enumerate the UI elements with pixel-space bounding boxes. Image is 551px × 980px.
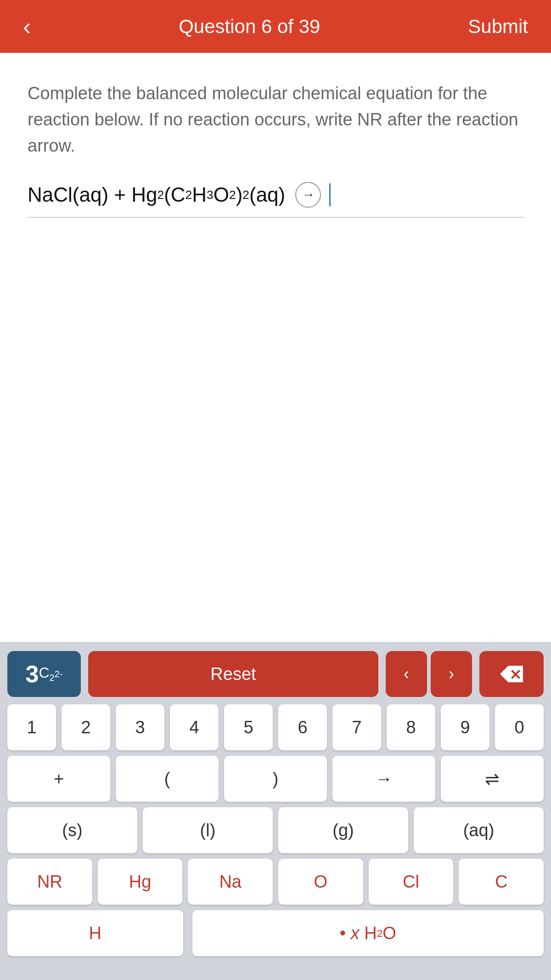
key-water[interactable]: • x H2O bbox=[192, 910, 544, 956]
equation-display: NaCl(aq) + Hg2(C2H3O2)2(aq) → bbox=[28, 182, 326, 208]
nav-group: ‹ › bbox=[386, 651, 472, 697]
back-button[interactable]: ‹ bbox=[23, 15, 31, 39]
state-row: (s) (l) (g) (aq) bbox=[7, 807, 544, 853]
header: ‹ Question 6 of 39 Submit bbox=[0, 0, 551, 53]
delete-button[interactable] bbox=[479, 651, 544, 697]
key-equilibrium[interactable]: ⇌ bbox=[441, 756, 544, 802]
key-9[interactable]: 9 bbox=[441, 704, 489, 750]
key-open-paren[interactable]: ( bbox=[116, 756, 219, 802]
key-7[interactable]: 7 bbox=[332, 704, 381, 750]
key-4[interactable]: 4 bbox=[170, 704, 219, 750]
equation-arrow: → bbox=[295, 182, 321, 208]
key-solid[interactable]: (s) bbox=[7, 807, 137, 853]
keyboard-top-row: 3 C2 2- Reset ‹ › bbox=[7, 651, 544, 697]
key-2[interactable]: 2 bbox=[62, 704, 110, 750]
cursor bbox=[329, 183, 331, 206]
reset-button[interactable]: Reset bbox=[88, 651, 378, 697]
key-close-paren[interactable]: ) bbox=[224, 756, 327, 802]
key-gas[interactable]: (g) bbox=[278, 807, 408, 853]
submit-button[interactable]: Submit bbox=[468, 16, 528, 38]
key-aqueous[interactable]: (aq) bbox=[414, 807, 544, 853]
element-row: NR Hg Na O Cl C bbox=[7, 859, 544, 905]
last-row: H • x H2O bbox=[7, 910, 544, 956]
question-text: Complete the balanced molecular chemical… bbox=[28, 80, 523, 159]
key-8[interactable]: 8 bbox=[387, 704, 435, 750]
key-liquid[interactable]: (l) bbox=[143, 807, 273, 853]
key-nr[interactable]: NR bbox=[7, 859, 92, 905]
question-progress: Question 6 of 39 bbox=[179, 16, 320, 38]
key-h[interactable]: H bbox=[7, 910, 183, 956]
symbol-row: + ( ) → ⇌ bbox=[7, 756, 544, 802]
template-button[interactable]: 3 C2 2- bbox=[7, 651, 81, 697]
content-area: Complete the balanced molecular chemical… bbox=[0, 53, 551, 642]
equation-container[interactable]: NaCl(aq) + Hg2(C2H3O2)2(aq) → bbox=[28, 182, 523, 218]
key-hg[interactable]: Hg bbox=[98, 859, 183, 905]
key-5[interactable]: 5 bbox=[224, 704, 273, 750]
nav-right-button[interactable]: › bbox=[431, 651, 472, 697]
key-1[interactable]: 1 bbox=[7, 704, 56, 750]
keyboard: 3 C2 2- Reset ‹ › 1 2 3 4 5 6 7 8 9 0 + … bbox=[0, 642, 551, 980]
nav-left-button[interactable]: ‹ bbox=[386, 651, 427, 697]
key-6[interactable]: 6 bbox=[278, 704, 327, 750]
key-3[interactable]: 3 bbox=[116, 704, 164, 750]
key-na[interactable]: Na bbox=[188, 859, 273, 905]
number-row: 1 2 3 4 5 6 7 8 9 0 bbox=[7, 704, 544, 750]
key-plus[interactable]: + bbox=[7, 756, 110, 802]
key-c[interactable]: C bbox=[459, 859, 544, 905]
key-arrow[interactable]: → bbox=[332, 756, 435, 802]
key-0[interactable]: 0 bbox=[495, 704, 544, 750]
key-cl[interactable]: Cl bbox=[369, 859, 454, 905]
key-o[interactable]: O bbox=[278, 859, 363, 905]
